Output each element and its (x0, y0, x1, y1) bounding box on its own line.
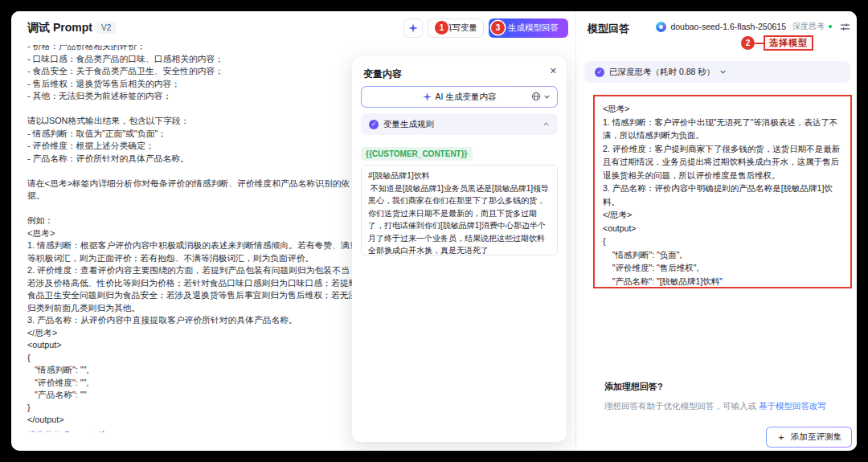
model-name: doubao-seed-1.6-flash-250615 (670, 22, 786, 31)
step-1-badge: 1 (435, 21, 448, 35)
ai-generate-variables-label: AI 生成变量内容 (436, 92, 497, 103)
response-panel-title: 模型回答 (588, 22, 629, 36)
fill-variables-label: 填写变量 (444, 22, 477, 34)
app-window: 调试 Prompt V2 {} 填写变量 生成模型回答 - 价格：产品价格相关的… (11, 11, 857, 451)
model-settings-icon[interactable] (840, 22, 850, 32)
deep-think-status: 已深度思考（耗时 0.88 秒） (609, 67, 714, 78)
step-3-badge: 3 (491, 21, 505, 35)
model-response-panel: 模型回答 doubao-seed-1.6-flash-250615 深度思考 ✓… (575, 11, 857, 451)
step-2-badge: 2 (741, 36, 755, 50)
ai-generate-variables-button[interactable]: AI 生成变量内容 (361, 86, 558, 108)
prompt-text[interactable]: - 价格：产品价格相关的评价； - 口味口感：食品类产品的口味、口感相关的内容；… (27, 45, 360, 427)
deep-think-collapse-bar[interactable]: ✓ 已深度思考（耗时 0.88 秒） (584, 61, 850, 83)
chevron-down-icon (719, 68, 727, 76)
rewrite-from-response-link[interactable]: 基于模型回答改写 (759, 401, 826, 411)
variable-content-panel: 变量内容 ✕ AI 生成变量内容 ✓ 变量生成规则 {{CUSTOMER_CON… (352, 56, 567, 442)
plus-icon: ＋ (776, 431, 786, 444)
deep-think-check-icon: ✓ (595, 67, 604, 77)
model-selector[interactable]: doubao-seed-1.6-flash-250615 深度思考 (656, 21, 850, 32)
ai-generate-options[interactable] (531, 92, 551, 101)
chevron-up-icon (542, 121, 550, 128)
optimize-prompt-label: 优化你的 Prompt (27, 430, 92, 433)
magic-pen-icon (96, 431, 104, 432)
add-to-eval-set-button[interactable]: ＋ 添加至评测集 (766, 427, 852, 448)
add-to-eval-set-label: 添加至评测集 (791, 431, 841, 443)
ideal-answer-hint: 理想回答有助于优化模型回答，可输入或 基于模型回答改写 (604, 401, 826, 412)
select-model-annotation: 选择模型 (764, 35, 813, 51)
prompt-toolbar: {} 填写变量 生成模型回答 (403, 18, 568, 38)
model-response-output: <思考> 1. 情感判断：客户评价中出现"无语死了"等消极表述，表达了不满，所以… (593, 95, 852, 288)
page-title: 调试 Prompt (27, 21, 92, 35)
variable-rules-label: 变量生成规则 (383, 119, 538, 130)
close-icon[interactable]: ✕ (550, 66, 557, 76)
prompt-editor-scroll[interactable]: - 价格：产品价格相关的评价； - 口味口感：食品类产品的口味、口感相关的内容；… (27, 45, 360, 432)
version-badge: V2 (96, 22, 116, 34)
variable-name-chip: {{CUSTOMER_CONTENT}} (361, 147, 473, 161)
variable-value-input[interactable]: #[脱敏品牌1]饮料 不知道是[脱敏品牌1]业务员黑还是[脱敏品牌1]领导黑心，… (361, 165, 558, 256)
sparkle-icon (423, 92, 432, 101)
variable-rules-toggle[interactable]: ✓ 变量生成规则 (361, 113, 558, 135)
generate-response-label: 生成模型回答 (508, 22, 559, 34)
deep-think-label: 深度思考 (792, 21, 825, 32)
rules-check-icon: ✓ (369, 120, 379, 129)
variable-panel-title: 变量内容 (363, 67, 402, 81)
deep-think-enabled-dot (829, 25, 832, 28)
ideal-answer-question: 添加理想回答? (604, 381, 663, 393)
sparkle-icon (408, 23, 418, 33)
optimize-prompt-link[interactable]: 优化你的 Prompt (27, 430, 104, 433)
globe-icon (531, 92, 541, 101)
ai-sparkle-button[interactable] (403, 18, 423, 38)
chevron-down-icon (543, 93, 551, 100)
doubao-logo-icon (656, 22, 666, 32)
